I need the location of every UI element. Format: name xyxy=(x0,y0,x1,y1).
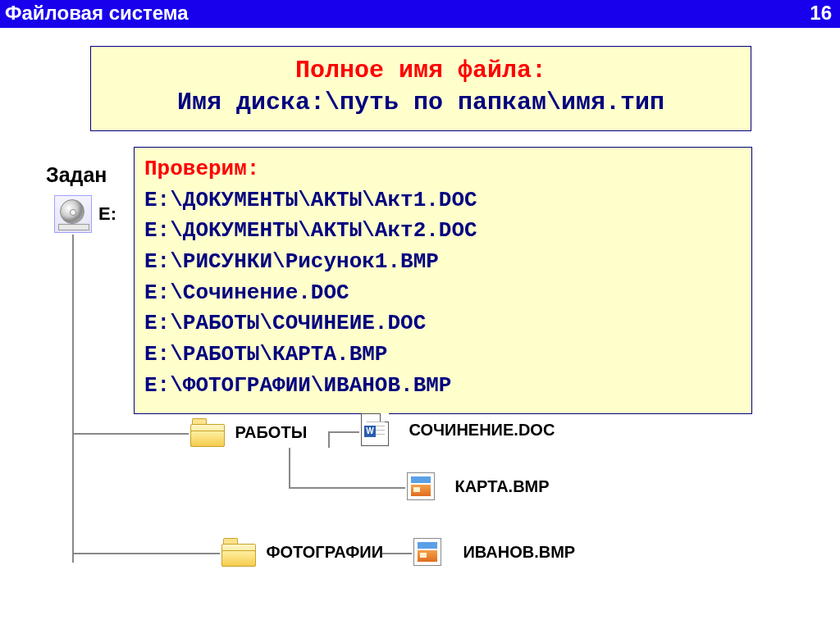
drive-label: E: xyxy=(98,203,116,225)
cd-drive-icon xyxy=(54,195,92,233)
folder-item-raboty: РАБОТЫ xyxy=(190,418,307,446)
file-label: СОЧИНЕНИЕ.DOC xyxy=(409,421,555,439)
header-title: Файловая система xyxy=(5,2,189,25)
folder-label: РАБОТЫ xyxy=(235,423,307,441)
tree-connector xyxy=(72,553,220,554)
slide-header: Файловая система 16 xyxy=(0,0,840,28)
title-box: Полное имя файла: Имя диска:\путь по пап… xyxy=(90,46,751,131)
tree-connector xyxy=(72,235,74,563)
check-path: E:\ДОКУМЕНТЫ\АКТЫ\Акт2.DOC xyxy=(144,216,742,247)
file-label: ИВАНОВ.BMP xyxy=(463,543,575,561)
check-path: E:\РИСУНКИ\Рисунок1.BMP xyxy=(144,247,742,278)
tree-connector xyxy=(382,553,412,554)
folder-item-fotografii: ФОТОГРАФИИ xyxy=(221,538,383,566)
check-path: E:\РАБОТЫ\КАРТА.BMP xyxy=(144,340,742,371)
bmp-image-icon xyxy=(413,538,441,566)
check-path: E:\РАБОТЫ\СОЧИНЕИЕ.DOC xyxy=(144,308,742,340)
folder-icon xyxy=(221,538,256,566)
header-page-number: 16 xyxy=(810,2,832,25)
tree-connector xyxy=(289,487,405,489)
file-label: КАРТА.BMP xyxy=(454,477,549,495)
tree-connector xyxy=(289,448,290,489)
check-box: Проверим: E:\ДОКУМЕНТЫ\АКТЫ\Акт1.DOC E:\… xyxy=(134,147,752,414)
title-line-2: Имя диска:\путь по папкам\имя.тип xyxy=(98,87,744,119)
check-lead: Проверим: xyxy=(144,154,742,185)
tree-connector xyxy=(72,433,189,435)
folder-label: ФОТОГРАФИИ xyxy=(266,543,383,561)
tree-connector xyxy=(328,431,330,448)
file-item-karta: КАРТА.BMP xyxy=(407,472,550,500)
check-path: E:\ДОКУМЕНТЫ\АКТЫ\Акт1.DOC xyxy=(144,185,742,217)
file-item-ivanov: ИВАНОВ.BMP xyxy=(413,538,575,566)
bmp-image-icon xyxy=(407,472,435,500)
folder-icon xyxy=(190,418,225,446)
file-item-sochinenie: W СОЧИНЕНИЕ.DOC xyxy=(361,413,555,446)
word-doc-icon: W xyxy=(361,413,389,446)
task-label: Задан xyxy=(46,163,107,187)
check-path: E:\ФОТОГРАФИИ\ИВАНОВ.BMP xyxy=(144,371,742,402)
tree-connector xyxy=(328,431,359,433)
title-line-1: Полное имя файла: xyxy=(98,55,744,87)
check-path: E:\Сочинение.DOC xyxy=(144,278,742,309)
